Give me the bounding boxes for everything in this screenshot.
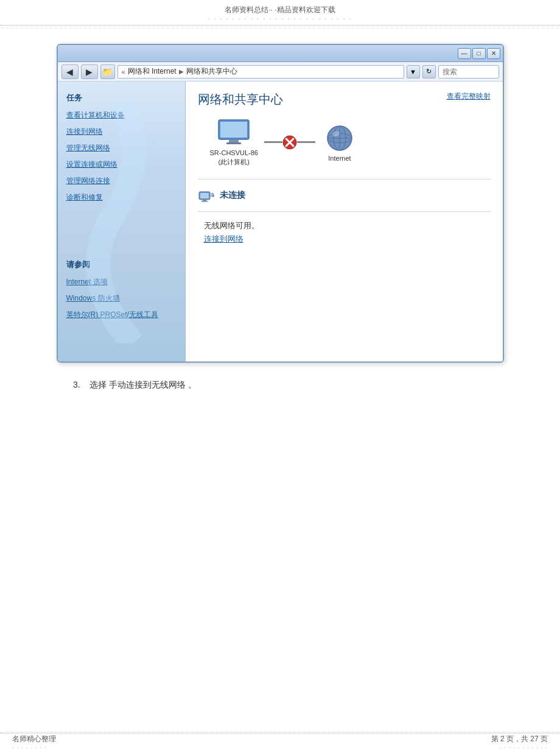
dropdown-button[interactable]: ▼	[407, 65, 420, 79]
divider-2	[198, 211, 491, 212]
sidebar-link-internet-options[interactable]: Internet 选项	[58, 274, 185, 290]
sidebar-link-firewall[interactable]: Windows 防火墙	[58, 290, 185, 307]
sidebar-link-connect[interactable]: 连接到网络	[58, 124, 185, 140]
address-bar: ◀ ▶ 📁 « 网络和 Internet ▶ 网络和共享中心 ▼ ↻	[58, 62, 503, 82]
no-wifi-text: 无线网络可用。	[198, 215, 491, 234]
header-text: 名师资料总结·· ·精品资料欢迎下载	[0, 5, 560, 15]
computer-icon	[215, 117, 252, 148]
status-network-icon	[198, 188, 215, 203]
search-input[interactable]	[438, 65, 499, 79]
forward-button[interactable]: ▶	[81, 65, 98, 79]
status-header: 未连接	[198, 183, 491, 208]
sidebar-link-setup[interactable]: 设置连接或网络	[58, 156, 185, 173]
path-part-2: 网络和共享中心	[186, 66, 237, 77]
sidebar-link-wireless[interactable]: 管理无线网络	[58, 140, 185, 156]
sidebar-link-diagnose[interactable]: 诊断和修复	[58, 189, 185, 206]
computer-icon-container: SR-CHSVUL-86 (此计算机)	[210, 117, 258, 167]
footer-left-area: 名师精心整理 · · · · · · · ·	[12, 734, 56, 751]
line-left	[264, 141, 282, 143]
connection-line	[264, 135, 315, 150]
divider-1	[198, 179, 491, 180]
folder-icon: 📁	[100, 65, 115, 79]
windows-screenshot: — □ ✕ ◀ ▶ 📁 « 网络和 Internet ▶ 网络和共享中心 ▼ ↻…	[57, 44, 504, 363]
footer-right-area: 第 2 页，共 27 页 · · · · · · · · · · ·	[491, 734, 548, 751]
footer-right-text: 第 2 页，共 27 页	[491, 734, 548, 744]
computer-name: SR-CHSVUL-86	[210, 149, 258, 156]
window-body: 任务 查看计算机和设备 连接到网络 管理无线网络 设置连接或网络 管理网络连接 …	[58, 82, 503, 362]
status-section: 未连接 无线网络可用。 连接到网络	[198, 179, 491, 245]
maximize-button[interactable]: □	[472, 48, 486, 59]
svg-rect-2	[229, 139, 239, 142]
connect-to-network-link[interactable]: 连接到网络	[198, 234, 491, 245]
footer-right-dots: · · · · · · · · · · ·	[491, 744, 548, 751]
line-right	[297, 141, 315, 143]
computer-sublabel: (此计算机)	[219, 158, 250, 167]
disconnected-icon	[282, 135, 297, 150]
tasks-title: 任务	[58, 88, 185, 107]
network-diagram: SR-CHSVUL-86 (此计算机)	[210, 117, 491, 167]
step-text: 选择 手动连接到无线网络 。	[89, 380, 197, 389]
address-path[interactable]: « 网络和 Internet ▶ 网络和共享中心	[117, 65, 404, 79]
header-dots: · · · · · · · · · · · · · · · · · · · · …	[0, 15, 560, 23]
title-bar: — □ ✕	[58, 45, 503, 62]
refresh-button[interactable]: ↻	[422, 65, 436, 79]
svg-rect-15	[203, 200, 206, 201]
svg-rect-1	[220, 122, 247, 138]
help-title: 请参阅	[58, 254, 185, 274]
back-button[interactable]: ◀	[61, 65, 79, 79]
page-footer: 名师精心整理 · · · · · · · · 第 2 页，共 27 页 · · …	[0, 733, 560, 751]
view-full-link[interactable]: 查看完整映射	[447, 91, 491, 102]
globe-icon-container: Internet	[321, 123, 358, 162]
globe-icon	[321, 123, 358, 153]
svg-rect-16	[201, 201, 208, 202]
status-label: 未连接	[220, 190, 245, 201]
sidebar-link-manage[interactable]: 管理网络连接	[58, 173, 185, 189]
minimize-button[interactable]: —	[458, 48, 471, 59]
sidebar-link-intel[interactable]: 英特尔(R) PROSet/无线工具	[58, 307, 185, 323]
step-number: 3.	[73, 380, 80, 389]
sidebar: 任务 查看计算机和设备 连接到网络 管理无线网络 设置连接或网络 管理网络连接 …	[58, 82, 186, 362]
path-part-1: 网络和 Internet	[128, 66, 177, 77]
internet-label: Internet	[328, 155, 351, 162]
page-header: 名师资料总结·· ·精品资料欢迎下载 · · · · · · · · · · ·…	[0, 0, 560, 26]
main-content: 查看完整映射 网络和共享中心 SR-CHSVU	[186, 82, 503, 362]
footer-left-text: 名师精心整理	[12, 734, 56, 744]
path-arrow-1: ▶	[179, 68, 184, 75]
footer-left-dots: · · · · · · · ·	[12, 744, 56, 751]
step-instruction: 3. 选择 手动连接到无线网络 。	[73, 377, 523, 393]
svg-rect-14	[200, 193, 209, 198]
content-area: — □ ✕ ◀ ▶ 📁 « 网络和 Internet ▶ 网络和共享中心 ▼ ↻…	[0, 26, 560, 411]
svg-rect-3	[226, 142, 241, 144]
sidebar-link-computers[interactable]: 查看计算机和设备	[58, 107, 185, 124]
close-button[interactable]: ✕	[487, 48, 500, 59]
